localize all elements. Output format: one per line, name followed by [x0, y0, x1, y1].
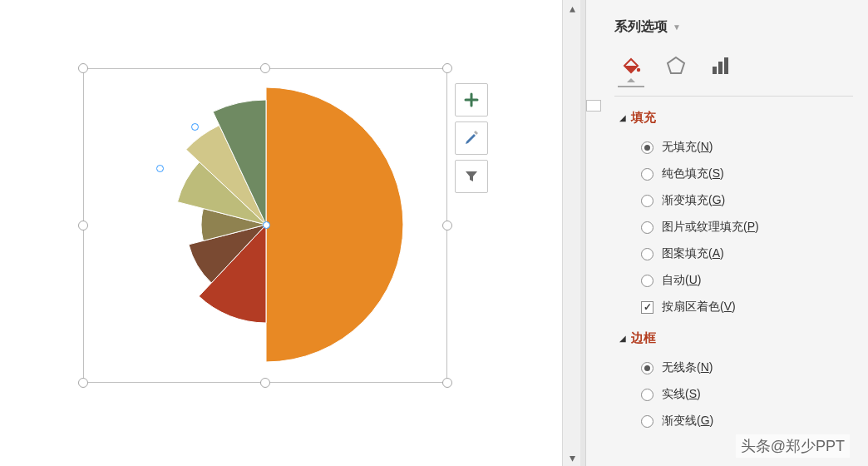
option-label: 纯色填充(S): [662, 166, 724, 181]
fill-option-vary[interactable]: 按扇区着色(V): [641, 294, 853, 320]
plus-icon: [464, 92, 479, 107]
option-label: 图片或纹理填充(P): [662, 220, 759, 235]
scroll-down-button[interactable]: ▾: [563, 449, 581, 466]
radio-icon: [641, 141, 653, 154]
resize-handle-mr[interactable]: [442, 221, 452, 231]
fill-option-pattern[interactable]: 图案填充(A): [641, 240, 853, 267]
radio-icon: [641, 221, 653, 234]
panel-title: 系列选项: [614, 18, 668, 36]
resize-handle-ml[interactable]: [78, 221, 88, 231]
fill-option-auto[interactable]: 自动(U): [641, 267, 853, 294]
vertical-scrollbar[interactable]: ▴ ▾: [562, 0, 580, 466]
radio-icon: [641, 362, 653, 374]
border-option-solid[interactable]: 实线(S): [641, 381, 853, 408]
panel-category-icons: [614, 51, 853, 89]
fill-option-none[interactable]: 无填充(N): [641, 134, 853, 161]
chart-elements-button[interactable]: [455, 83, 488, 116]
resize-handle-tr[interactable]: [442, 63, 452, 73]
resize-handle-tc[interactable]: [260, 63, 270, 73]
fill-option-solid[interactable]: 纯色填充(S): [641, 161, 853, 187]
resize-handle-br[interactable]: [442, 378, 452, 388]
fill-option-gradient[interactable]: 渐变填充(G): [641, 187, 853, 214]
data-point-handle-1[interactable]: [191, 123, 199, 131]
svg-rect-1: [713, 67, 717, 74]
paint-bucket-icon: [619, 54, 643, 77]
scroll-up-button[interactable]: ▴: [563, 0, 581, 17]
border-options: 无线条(N)实线(S)渐变线(G): [614, 354, 853, 434]
series-options-category[interactable]: [706, 51, 736, 81]
option-label: 自动(U): [662, 273, 701, 288]
svg-rect-2: [718, 62, 723, 74]
option-label: 图案填充(A): [662, 246, 724, 261]
border-section-label: 边框: [631, 330, 656, 346]
radio-icon: [641, 195, 653, 207]
bar-chart-icon: [710, 55, 732, 77]
chart-filter-button[interactable]: [455, 160, 488, 193]
format-data-series-panel: 系列选项 ▼ ◢ 填充 无填充(N)纯色填: [585, 0, 868, 466]
svg-point-0: [637, 68, 640, 72]
option-label: 无填充(N): [662, 140, 713, 155]
funnel-icon: [464, 169, 479, 184]
border-section-header[interactable]: ◢ 边框: [614, 320, 853, 354]
resize-handle-bl[interactable]: [78, 378, 88, 388]
radio-icon: [641, 389, 653, 401]
watermark-text: 头条@郑少PPT: [736, 434, 850, 458]
radio-icon: [641, 415, 653, 428]
fill-option-picture[interactable]: 图片或纹理填充(P): [641, 214, 853, 240]
option-label: 按扇区着色(V): [662, 300, 736, 315]
svg-rect-3: [724, 57, 728, 74]
fill-section-label: 填充: [631, 110, 656, 126]
fill-line-category[interactable]: [616, 51, 646, 81]
chart-floating-toolbar: [455, 83, 488, 193]
data-point-handle-2[interactable]: [156, 165, 164, 172]
resize-handle-bc[interactable]: [260, 378, 270, 388]
panel-title-row[interactable]: 系列选项 ▼: [614, 0, 853, 51]
collapse-icon: ◢: [619, 334, 626, 343]
radio-icon: [641, 275, 653, 287]
option-label: 渐变线(G): [662, 414, 713, 429]
radio-icon: [641, 248, 653, 260]
checkbox-icon: [641, 301, 653, 314]
data-point-handle-center[interactable]: [263, 221, 270, 229]
resize-handle-tl[interactable]: [78, 63, 88, 73]
border-option-gradient[interactable]: 渐变线(G): [641, 408, 853, 434]
collapse-icon: ◢: [619, 113, 626, 122]
chart-canvas: [0, 0, 562, 466]
panel-divider: [614, 96, 853, 97]
radio-icon: [641, 168, 653, 181]
effects-category[interactable]: [661, 51, 691, 81]
fill-options: 无填充(N)纯色填充(S)渐变填充(G)图片或纹理填充(P)图案填充(A)自动(…: [614, 134, 853, 320]
option-label: 无线条(N): [662, 360, 713, 375]
pentagon-icon: [665, 55, 687, 77]
panel-scroll-thumb[interactable]: [586, 100, 601, 112]
fill-section-header[interactable]: ◢ 填充: [614, 100, 853, 134]
option-label: 渐变填充(G): [662, 193, 725, 208]
option-label: 实线(S): [662, 387, 701, 402]
chart-styles-button[interactable]: [455, 121, 488, 155]
border-option-none[interactable]: 无线条(N): [641, 354, 853, 381]
paintbrush-icon: [462, 129, 481, 147]
dropdown-icon: ▼: [673, 22, 681, 32]
